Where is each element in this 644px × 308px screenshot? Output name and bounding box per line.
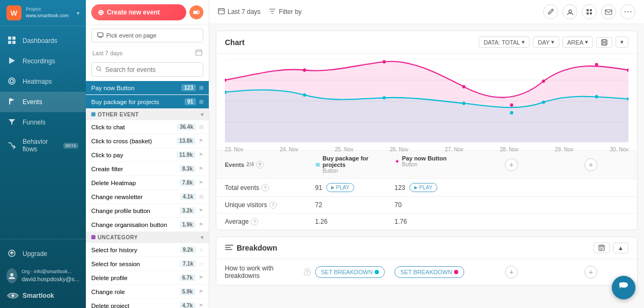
date-range-button[interactable]: Last 7 days bbox=[218, 8, 260, 16]
email-button[interactable] bbox=[601, 4, 616, 19]
list-item[interactable]: Select for session 7.1k ⊹ bbox=[86, 257, 209, 271]
chart-more-button[interactable]: ▾ bbox=[616, 36, 628, 48]
area-button[interactable]: AREA ▾ bbox=[562, 36, 593, 48]
add-col-4: + bbox=[553, 155, 628, 174]
save-icon bbox=[601, 39, 608, 46]
save-breakdown-button[interactable] bbox=[594, 243, 610, 253]
middle-panel: ⊕ Create new event Pick event on page La… bbox=[86, 0, 209, 308]
collapse-breakdown-button[interactable]: ▲ bbox=[613, 243, 628, 253]
info-icon[interactable]: ? bbox=[251, 218, 258, 225]
date-filter-row: Last 7 days bbox=[86, 46, 209, 60]
grid-button[interactable] bbox=[582, 4, 597, 19]
list-item[interactable]: Select for history 9.2k ⊹ bbox=[86, 243, 209, 257]
user-button[interactable] bbox=[562, 4, 577, 19]
event-name: Select for history bbox=[91, 247, 177, 253]
list-item[interactable]: Buy package for projects 91 ⊞ bbox=[86, 95, 209, 109]
sidebar-item-funnels[interactable]: Funnels bbox=[0, 112, 86, 133]
x-label: 23. Nov bbox=[225, 146, 243, 152]
sidebar-item-events[interactable]: Events bbox=[0, 92, 86, 112]
list-item[interactable]: Change organisation button 1.9k ⚑ bbox=[86, 218, 209, 232]
chat-icon bbox=[618, 282, 630, 294]
event-count: 123 bbox=[181, 84, 196, 91]
edit-button[interactable] bbox=[543, 4, 558, 19]
flow-icon bbox=[8, 141, 17, 150]
sidebar-item-dashboards[interactable]: Dashboards bbox=[0, 31, 86, 51]
event-name: Delete Heatmap bbox=[91, 180, 177, 186]
chevron-down-icon[interactable]: ▾ bbox=[201, 234, 204, 240]
play-button-col1[interactable]: ▶ PLAY bbox=[326, 183, 354, 192]
save-chart-button[interactable] bbox=[596, 37, 612, 48]
left-nav: W Project www.smartlook.com ▾ Dashboards… bbox=[0, 0, 86, 308]
svg-point-42 bbox=[510, 111, 513, 114]
info-icon[interactable]: ? bbox=[261, 184, 269, 192]
svg-rect-19 bbox=[587, 12, 589, 14]
svg-rect-15 bbox=[218, 9, 224, 14]
add-breakdown-button-3[interactable]: + bbox=[505, 266, 518, 278]
event-count: 8.3k bbox=[180, 165, 195, 172]
list-item[interactable]: Delete Heatmap 7.8k ⚑ bbox=[86, 176, 209, 190]
beta-badge: BETA bbox=[63, 143, 78, 149]
event-name: Delete profile bbox=[91, 275, 177, 281]
play-button-col2[interactable]: ▶ PLAY bbox=[409, 183, 437, 192]
set-breakdown-button-cyan[interactable]: SET BREAKDOWN bbox=[315, 266, 385, 278]
list-item[interactable]: Change profile button 3.2k ⚑ bbox=[86, 204, 209, 218]
add-breakdown-button-4[interactable]: + bbox=[584, 266, 597, 278]
add-event-button-4[interactable]: + bbox=[584, 158, 597, 171]
info-icon[interactable]: ? bbox=[256, 161, 264, 168]
day-button[interactable]: DAY ▾ bbox=[533, 36, 559, 48]
chevron-down-icon[interactable]: ▾ bbox=[201, 112, 204, 118]
svg-rect-20 bbox=[590, 12, 592, 14]
create-event-button[interactable]: ⊕ Create new event bbox=[91, 4, 186, 20]
data-total-button[interactable]: DATA: TOTAL ▾ bbox=[479, 36, 530, 48]
sidebar-item-recordings[interactable]: Recordings bbox=[0, 51, 86, 71]
calendar-icon[interactable] bbox=[195, 49, 202, 57]
col1-value: 91 bbox=[315, 184, 322, 192]
set-breakdown-button-pink[interactable]: SET BREAKDOWN bbox=[394, 266, 464, 278]
screen-icon bbox=[97, 32, 104, 39]
list-item[interactable]: Delete profile 6.7k ⚑ bbox=[86, 271, 209, 285]
pick-event-button[interactable]: Pick event on page bbox=[91, 28, 203, 42]
sidebar-item-heatmaps[interactable]: Heatmaps bbox=[0, 71, 86, 92]
list-item[interactable]: Create filter 8.3k ⚑ bbox=[86, 162, 209, 176]
col1-name: Buy package for projects bbox=[323, 155, 390, 168]
svg-rect-17 bbox=[587, 9, 589, 11]
data-label: DATA: TOTAL bbox=[484, 39, 520, 46]
nav-logo[interactable]: W Project www.smartlook.com ▾ bbox=[0, 0, 86, 26]
play-icon bbox=[8, 56, 17, 66]
event-list: Pay now Button 123 ⊞ Buy package for pro… bbox=[86, 81, 209, 308]
svg-point-41 bbox=[462, 101, 465, 105]
section-label: UNCATEGORY bbox=[91, 234, 138, 240]
svg-rect-3 bbox=[12, 41, 16, 44]
list-item[interactable]: Click to chat 36.4k ⊞ bbox=[86, 120, 209, 134]
info-icon[interactable]: ? bbox=[269, 201, 277, 209]
more-button[interactable]: ⋯ bbox=[620, 4, 635, 19]
grid-small-icon: ⊞ bbox=[199, 85, 203, 91]
nav-user[interactable]: Org - info@smartlook... david.hospdosky@… bbox=[0, 264, 86, 288]
list-item[interactable]: Click to cross (basket) 13.8k ⚑ bbox=[86, 134, 209, 148]
sidebar-item-upgrade[interactable]: Upgrade bbox=[0, 244, 86, 264]
list-item[interactable]: Change newsletter 4.1k ⊞ bbox=[86, 190, 209, 204]
x-label: 28. Nov bbox=[500, 146, 518, 152]
play-label: PLAY bbox=[419, 185, 433, 190]
list-item[interactable]: Change role 5.9k ⚑ bbox=[86, 285, 209, 299]
lines-icon bbox=[225, 244, 233, 253]
add-breakdown-col3: + bbox=[474, 266, 549, 278]
share-button[interactable] bbox=[189, 5, 203, 19]
list-item[interactable]: Click to pay 11.9k ⚑ bbox=[86, 148, 209, 162]
col2-value: 70 bbox=[394, 201, 470, 209]
search-input[interactable] bbox=[105, 66, 199, 74]
sidebar-item-behavior-flows[interactable]: Behavior flows BETA bbox=[0, 133, 86, 158]
list-item[interactable]: Pay now Button 123 ⊞ bbox=[86, 81, 209, 95]
nav-logo-text: Project www.smartlook.com bbox=[26, 6, 69, 19]
list-item[interactable]: Delete project 4.7k ⚑ bbox=[86, 299, 209, 308]
add-event-button-3[interactable]: + bbox=[505, 158, 518, 171]
smartlook-label: Smartlook bbox=[23, 292, 54, 299]
filter-button[interactable]: Filter by bbox=[269, 8, 302, 16]
info-icon[interactable]: ? bbox=[304, 268, 311, 276]
events-label: Events bbox=[225, 162, 244, 168]
col1-value: 72 bbox=[315, 201, 390, 209]
svg-rect-18 bbox=[590, 9, 592, 11]
chat-bubble[interactable] bbox=[612, 276, 635, 299]
svg-rect-11 bbox=[193, 11, 197, 14]
flag-icon: ⚑ bbox=[199, 180, 203, 186]
